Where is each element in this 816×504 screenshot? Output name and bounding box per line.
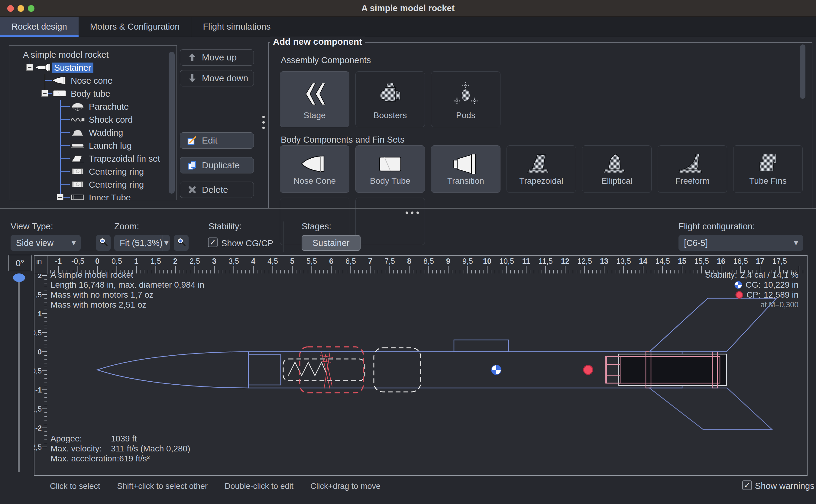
rotation-slider-knob[interactable]	[13, 273, 25, 282]
rotation-angle-box: 0°	[8, 255, 32, 271]
tab-label: Rocket design	[11, 22, 67, 32]
rotation-slider-track[interactable]	[18, 276, 20, 472]
tree-item-label: Inner Tube	[87, 192, 133, 200]
shock-cord-outline[interactable]	[300, 347, 363, 393]
motor-outline[interactable]	[618, 354, 727, 386]
boosters-icon	[374, 80, 407, 110]
rocket-info-line: A simple model rocket	[50, 270, 204, 280]
rocket-stage-icon	[35, 62, 51, 75]
tree-item-centering-ring[interactable]: Centering ring	[9, 178, 167, 191]
nose-shoulder-outline[interactable]	[248, 355, 281, 385]
body-tube-outline[interactable]	[248, 352, 682, 388]
stability-value: 2,4 cal / 14,1 %	[740, 270, 798, 280]
flight-config-label: Flight configuration:	[678, 221, 755, 231]
arrow-down-icon	[187, 73, 198, 84]
nose-cone-icon	[52, 75, 67, 88]
zoom-out-icon	[98, 237, 109, 250]
add-tile-elliptical: Elliptical	[582, 145, 652, 193]
rocket-info-block: A simple model rocketLength 16,748 in, m…	[50, 270, 204, 310]
flight-config-select[interactable]: [C6-5] ▼	[678, 235, 803, 251]
show-cg-cp-checkbox[interactable]: ✓	[208, 237, 218, 247]
rocket-info-line: Length 16,748 in, max. diameter 0,984 in	[50, 280, 204, 290]
tree-connector	[60, 171, 70, 172]
view-type-label: View Type:	[11, 221, 53, 231]
horizontal-splitter-handle[interactable]	[406, 212, 419, 214]
nose-cone-outline[interactable]	[97, 352, 248, 388]
tree-item-parachute[interactable]: Parachute	[9, 100, 167, 113]
add-tile-trapezoidal: Trapezoidal	[507, 145, 576, 193]
tree-item-body-tube[interactable]: Body tube	[9, 87, 167, 100]
cp-icon	[735, 291, 743, 299]
duplicate-button[interactable]: Duplicate	[180, 157, 254, 173]
tree-scrollbar[interactable]	[169, 52, 175, 194]
tree-item-sustainer[interactable]: Sustainer	[9, 61, 167, 74]
acceleration-label: Max. acceleration:	[50, 454, 119, 464]
cg-value: 10,229 in	[764, 280, 798, 290]
tree-collapse-toggle[interactable]	[57, 194, 63, 200]
tree-connector	[60, 145, 70, 146]
move-up-button[interactable]: Move up	[180, 49, 254, 66]
zoom-out-button[interactable]	[96, 235, 111, 251]
tree-item-launch-lug[interactable]: Launch lug	[9, 139, 167, 152]
tab-motors-configuration[interactable]: Motors & Configuration	[79, 17, 191, 37]
add-panel-scrollbar[interactable]	[800, 44, 805, 99]
fin-trapezoidal-icon	[70, 153, 86, 166]
tree-item-a-simple-model-rocket[interactable]: A simple model rocket	[9, 48, 167, 61]
tab-flight-simulations[interactable]: Flight simulations	[191, 17, 282, 37]
fin-freeform-icon	[676, 150, 709, 180]
view-type-select[interactable]: Side view ▼	[11, 235, 81, 251]
apogee-value: 1039 ft	[111, 434, 137, 443]
tree-item-inner-tube[interactable]: Inner Tube	[9, 191, 167, 200]
tile-partial[interactable]	[355, 198, 425, 245]
stability-label: Stability:	[209, 221, 242, 231]
wadding-zigzag	[288, 362, 326, 376]
body-tube-icon	[374, 150, 407, 180]
delete-cross-icon	[187, 184, 198, 195]
add-tile-transition[interactable]: Transition	[431, 145, 500, 193]
tree-item-shock-cord[interactable]: Shock cord	[9, 113, 167, 126]
launch-lug-icon	[70, 140, 86, 153]
velocity-label: Max. velocity:	[50, 444, 111, 454]
vertical-splitter-handle[interactable]	[262, 116, 265, 132]
tree-collapse-toggle[interactable]	[41, 90, 48, 97]
tree-item-wadding[interactable]: Wadding	[9, 126, 167, 139]
parachute-outline[interactable]	[374, 348, 421, 392]
tree-item-trapezoidal-fin-set[interactable]: Trapezoidal fin set	[9, 152, 167, 165]
tree-item-label: Launch lug	[87, 141, 134, 151]
edit-button[interactable]: Edit	[180, 132, 254, 149]
rocket-view-canvas[interactable]: in -1-0,500,511,522,533,544,555,566,577,…	[34, 255, 808, 476]
fin-lower-outline[interactable]	[649, 388, 772, 429]
stability-title: Stability:	[705, 270, 737, 280]
tree-connector	[60, 119, 70, 120]
title-bar: A simple model rocket	[0, 0, 816, 17]
launch-lug-outline[interactable]	[454, 340, 508, 352]
tree-item-nose-cone[interactable]: Nose cone	[9, 74, 167, 87]
stage-icon	[298, 80, 331, 110]
chevron-down-icon: ▼	[789, 239, 803, 247]
velocity-value: 311 ft/s (Mach 0,280)	[111, 444, 190, 453]
fin-elliptical-icon	[600, 150, 633, 180]
delete-label: Delete	[202, 185, 228, 195]
hint-text: Double-click to edit	[225, 482, 293, 491]
show-warnings-checkbox[interactable]: ✓	[742, 480, 752, 490]
tab-label: Flight simulations	[203, 22, 270, 32]
stage-toggle-sustainer[interactable]: Sustainer	[302, 235, 361, 251]
add-tile-body-tube[interactable]: Body Tube	[355, 145, 425, 193]
tree-collapse-toggle[interactable]	[26, 64, 33, 71]
tree-item-centering-ring[interactable]: Centering ring	[9, 165, 167, 178]
mach-note: at M=0,300	[760, 300, 798, 310]
tube-fins-icon	[751, 150, 785, 180]
section-heading: Body Components and Fin Sets	[281, 135, 404, 145]
move-down-button[interactable]: Move down	[180, 70, 254, 86]
window-title: A simple model rocket	[0, 0, 816, 17]
component-tree-panel[interactable]: A simple model rocketSustainerNose coneB…	[9, 45, 177, 200]
zoom-in-button[interactable]	[174, 235, 189, 251]
add-tile-stage[interactable]: Stage	[280, 71, 349, 127]
zoom-select[interactable]: Fit (51,3%) ▼	[114, 235, 170, 251]
delete-button[interactable]: Delete	[180, 182, 254, 198]
cp-label: CP:	[746, 290, 761, 300]
tab-rocket-design[interactable]: Rocket design	[0, 17, 79, 37]
tile-label: Stage	[303, 111, 325, 120]
horizontal-splitter[interactable]	[0, 208, 816, 209]
add-tile-nose-cone[interactable]: Nose Cone	[280, 145, 349, 193]
